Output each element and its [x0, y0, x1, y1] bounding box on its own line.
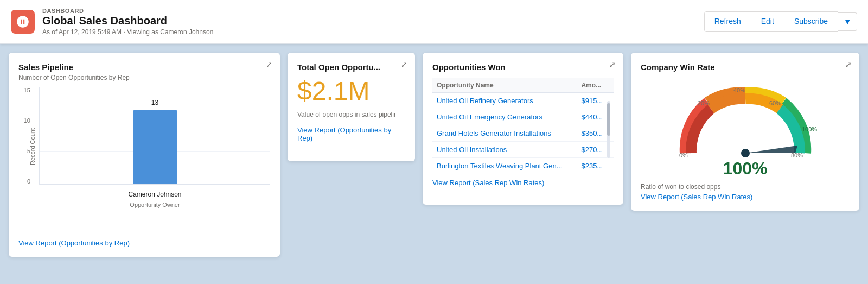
scroll-thumb: [607, 103, 610, 136]
expand-icon-opp[interactable]: ⤢: [609, 60, 616, 69]
opp-table-header: Opportunity Name Amo...: [432, 78, 614, 93]
table-row: Grand Hotels Generator Installations$350…: [432, 125, 614, 142]
header-actions: Refresh Edit Subscribe ▼: [704, 11, 857, 32]
header: DASHBOARD Global Sales Dashboard As of A…: [0, 0, 868, 44]
svg-text:60%: 60%: [769, 100, 781, 106]
opp-header-row: Opportunity Name Amo...: [432, 78, 614, 93]
svg-text:0%: 0%: [679, 152, 688, 159]
bar-group-cameron: 13 Cameron Johnson: [133, 110, 177, 184]
y-axis-title: Record Count: [29, 128, 36, 165]
chart-area: 15 10 5 0 Record Count 13 Cameron Johnso…: [18, 87, 270, 206]
opp-name-cell[interactable]: Burlington Textiles Weaving Plant Gen...: [432, 158, 577, 174]
header-left: DASHBOARD Global Sales Dashboard As of A…: [11, 8, 213, 36]
bar-cameron: 13: [133, 110, 177, 184]
opp-name-cell[interactable]: United Oil Installations: [432, 142, 577, 158]
header-title: Global Sales Dashboard: [42, 14, 213, 27]
svg-text:20%: 20%: [698, 100, 710, 106]
col-name-header: Opportunity Name: [432, 78, 577, 93]
win-rate-title: Company Win Rate: [641, 62, 850, 72]
app-icon: [11, 10, 35, 34]
table-row: Burlington Textiles Weaving Plant Gen...…: [432, 158, 614, 174]
table-row: United Oil Installations$270...: [432, 142, 614, 158]
more-actions-button[interactable]: ▼: [838, 12, 857, 31]
y-label-15: 15: [24, 87, 30, 93]
col-amount-header: Amo...: [577, 78, 614, 93]
opp-name-cell[interactable]: United Oil Refinery Generators: [432, 93, 577, 109]
total-desc: Value of open opps in sales pipelir: [297, 110, 405, 119]
table-row: United Oil Refinery Generators$915...: [432, 93, 614, 109]
sales-pipeline-card: Sales Pipeline Number of Open Opportunit…: [9, 53, 280, 257]
win-rate-card: Company Win Rate ⤢: [631, 53, 859, 211]
x-axis-label-cameron: Cameron Johnson: [128, 191, 181, 198]
x-axis-title: Opportunity Owner: [40, 201, 270, 208]
dashboard: Sales Pipeline Number of Open Opportunit…: [0, 44, 868, 266]
expand-icon-winrate[interactable]: ⤢: [845, 60, 852, 69]
win-rate-description: Ratio of won to closed opps: [641, 183, 850, 191]
expand-icon[interactable]: ⤢: [266, 60, 272, 69]
scroll-indicator: [607, 101, 610, 158]
expand-icon-total[interactable]: ⤢: [401, 60, 407, 69]
gauge-svg: 0% 20% 40% 60% 80% 100%: [669, 77, 821, 164]
table-row: United Oil Emergency Generators$440...: [432, 109, 614, 125]
opp-table-container: Opportunity Name Amo... United Oil Refin…: [432, 74, 614, 174]
opp-name-cell[interactable]: United Oil Emergency Generators: [432, 109, 577, 125]
opp-table: Opportunity Name Amo... United Oil Refin…: [432, 78, 614, 174]
total-open-title: Total Open Opportu...: [297, 62, 405, 72]
total-view-report-link[interactable]: View Report (Opportunities by Rep): [297, 126, 405, 142]
total-amount: $2.1M: [297, 77, 405, 106]
opportunities-won-card: Opportunities Won ⤢ Opportunity Name Amo…: [423, 53, 623, 205]
pipeline-subtitle: Number of Open Opportunities by Rep: [18, 74, 270, 81]
total-open-card: Total Open Opportu... ⤢ $2.1M Value of o…: [288, 53, 415, 161]
edit-button[interactable]: Edit: [751, 11, 784, 32]
header-title-group: DASHBOARD Global Sales Dashboard As of A…: [42, 8, 213, 36]
opp-won-title: Opportunities Won: [432, 62, 614, 72]
win-rate-view-report-link[interactable]: View Report (Sales Rep Win Rates): [641, 193, 850, 201]
header-label: DASHBOARD: [42, 8, 213, 14]
refresh-button[interactable]: Refresh: [704, 11, 751, 32]
y-label-0: 0: [27, 178, 30, 185]
chart-inner: 13 Cameron Johnson Opportunity Owner: [39, 87, 270, 185]
header-subtitle: As of Apr 12, 2019 5:49 AM · Viewing as …: [42, 28, 213, 36]
opp-amount-cell: $235...: [577, 158, 614, 174]
grid-line-15: [40, 87, 270, 87]
y-label-10: 10: [24, 117, 30, 124]
bar-value-label: 13: [151, 99, 158, 106]
svg-point-7: [741, 149, 750, 157]
svg-text:40%: 40%: [733, 87, 745, 93]
opp-table-body: United Oil Refinery Generators$915...Uni…: [432, 93, 614, 174]
gauge-container: 0% 20% 40% 60% 80% 100%: [641, 77, 850, 164]
salesforce-icon: [16, 15, 30, 29]
pipeline-view-report-link[interactable]: View Report (Opportunities by Rep): [18, 239, 270, 247]
subscribe-button[interactable]: Subscribe: [784, 11, 838, 32]
svg-marker-6: [745, 146, 797, 153]
pipeline-title: Sales Pipeline: [18, 62, 270, 72]
opp-view-report-link[interactable]: View Report (Sales Rep Win Rates): [432, 179, 614, 187]
svg-text:100%: 100%: [802, 126, 817, 132]
opp-name-cell[interactable]: Grand Hotels Generator Installations: [432, 125, 577, 142]
